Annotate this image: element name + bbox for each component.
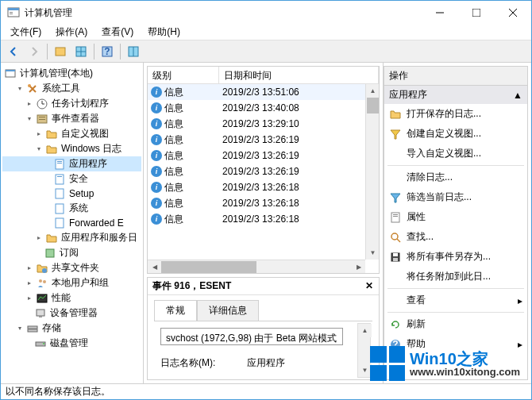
tree-system[interactable]: 系统 <box>2 201 141 216</box>
tree-windows-logs[interactable]: Windows 日志 <box>2 141 141 156</box>
action-find[interactable]: 查找... <box>384 227 527 247</box>
column-level[interactable]: 级别 <box>148 67 219 83</box>
toolbar-icon-3[interactable] <box>124 42 143 61</box>
tree-system-tools[interactable]: 系统工具 <box>2 81 141 96</box>
minimize-button[interactable] <box>422 1 458 25</box>
expand-toggle[interactable] <box>34 233 44 243</box>
tree-shared-folders[interactable]: 共享文件夹 <box>2 260 141 275</box>
action-import-custom-view[interactable]: 导入自定义视图... <box>384 144 527 163</box>
collapse-icon[interactable]: ▲ <box>513 90 522 101</box>
action-filter-current[interactable]: 筛选当前日志... <box>384 187 527 207</box>
action-view[interactable]: 查看 ▸ <box>384 290 527 310</box>
event-list[interactable]: 级别 日期和时间 i信息2019/2/3 13:51:06i信息2019/2/3… <box>147 66 380 274</box>
svg-line-48 <box>397 239 400 242</box>
datetime-text: 2019/2/3 13:26:19 <box>219 133 379 146</box>
list-row[interactable]: i信息2019/2/3 13:26:19 <box>148 132 379 148</box>
tree-disk-management[interactable]: 磁盘管理 <box>2 336 141 351</box>
detail-close-button[interactable]: ✕ <box>363 279 376 292</box>
expand-toggle[interactable] <box>25 263 34 273</box>
back-button[interactable] <box>4 42 23 61</box>
action-refresh[interactable]: 刷新 <box>384 314 527 334</box>
list-row[interactable]: i信息2019/2/3 13:26:19 <box>148 148 379 163</box>
list-row[interactable]: i信息2019/2/3 13:26:18 <box>148 179 379 195</box>
list-row[interactable]: i信息2019/2/3 13:26:18 <box>148 195 379 211</box>
level-text: 信息 <box>164 197 183 210</box>
list-row[interactable]: i信息2019/2/3 13:26:19 <box>148 163 379 179</box>
event-description: svchost (1972,G,98) 由于 Beta 网站模式 <box>160 328 343 345</box>
action-clear-log[interactable]: 清除日志... <box>384 167 527 187</box>
svg-point-47 <box>391 233 398 240</box>
svg-point-35 <box>39 279 42 283</box>
close-button[interactable] <box>495 1 531 25</box>
tree-application[interactable]: 应用程序 <box>2 156 141 171</box>
forward-button[interactable] <box>25 42 44 61</box>
tab-details[interactable]: 详细信息 <box>197 300 259 321</box>
tab-general[interactable]: 常规 <box>154 300 197 321</box>
datetime-text: 2019/2/3 13:26:18 <box>219 213 379 225</box>
menu-view[interactable]: 查看(V) <box>95 24 140 40</box>
column-datetime[interactable]: 日期和时间 <box>219 67 379 83</box>
scroll-down-button[interactable]: ▼ <box>358 363 372 377</box>
action-open-saved-log[interactable]: 打开保存的日志... <box>384 104 527 124</box>
svg-point-36 <box>43 280 46 283</box>
tree-setup[interactable]: Setup <box>2 187 141 201</box>
computer-icon <box>4 67 17 80</box>
level-text: 信息 <box>164 213 183 226</box>
expand-toggle[interactable] <box>25 99 34 109</box>
tree-root[interactable]: 计算机管理(本地) <box>2 66 141 81</box>
tree-panel[interactable]: 计算机管理(本地) 系统工具 任务计划程序 事件查看器 自定义视图 <box>1 63 144 383</box>
toolbar-icon-2[interactable] <box>71 42 91 61</box>
svg-rect-32 <box>56 218 64 228</box>
tree-app-service-logs[interactable]: 应用程序和服务日 <box>2 230 141 245</box>
expand-toggle[interactable] <box>34 144 44 154</box>
scroll-left-button[interactable]: ◀ <box>148 260 161 274</box>
vertical-scrollbar[interactable]: ▲ ▼ <box>365 84 379 260</box>
menu-action[interactable]: 操作(A) <box>49 24 94 40</box>
list-row[interactable]: i信息2019/2/3 13:40:08 <box>148 100 379 116</box>
tree-custom-views[interactable]: 自定义视图 <box>2 126 141 141</box>
action-properties[interactable]: 属性 <box>384 207 527 227</box>
tree-local-users[interactable]: 本地用户和组 <box>2 275 141 290</box>
expand-toggle[interactable] <box>25 279 34 288</box>
svg-rect-1 <box>8 8 19 10</box>
tree-storage[interactable]: 存储 <box>2 321 141 336</box>
action-save-all[interactable]: 将所有事件另存为... <box>384 247 527 267</box>
scroll-up-button[interactable]: ▲ <box>358 324 372 337</box>
disk-icon <box>34 337 47 350</box>
tree-forwarded[interactable]: Forwarded E <box>2 216 141 230</box>
action-create-custom-view[interactable]: 创建自定义视图... <box>384 124 527 144</box>
tree-device-manager[interactable]: 设备管理器 <box>2 306 141 321</box>
level-text: 信息 <box>164 117 183 131</box>
actions-group-header[interactable]: 应用程序 ▲ <box>384 86 527 104</box>
tree-security[interactable]: 安全 <box>2 171 141 187</box>
menu-file[interactable]: 文件(F) <box>4 24 48 40</box>
tree-task-scheduler[interactable]: 任务计划程序 <box>2 96 141 111</box>
tree-performance[interactable]: 性能 <box>2 290 141 306</box>
tree-event-viewer[interactable]: 事件查看器 <box>2 111 141 126</box>
datetime-text: 2019/2/3 13:26:19 <box>219 149 379 162</box>
tree-subscriptions[interactable]: 订阅 <box>2 245 141 260</box>
action-attach-task[interactable]: 将任务附加到此日... <box>384 267 527 287</box>
scroll-right-button[interactable]: ▶ <box>352 260 365 274</box>
svg-rect-5 <box>472 9 480 17</box>
svg-rect-39 <box>39 316 42 317</box>
expand-toggle[interactable] <box>25 294 34 303</box>
expand-toggle[interactable] <box>34 129 44 139</box>
expand-toggle[interactable] <box>15 324 25 333</box>
list-row[interactable]: i信息2019/2/3 13:51:06 <box>148 84 379 100</box>
action-help[interactable]: ? 帮助 ▸ <box>384 334 527 354</box>
list-row[interactable]: i信息2019/2/3 13:26:18 <box>148 211 379 227</box>
menu-help[interactable]: 帮助(H) <box>141 24 187 40</box>
scroll-down-button[interactable]: ▼ <box>366 246 380 260</box>
horizontal-scrollbar[interactable]: ◀ ▶ <box>148 260 365 273</box>
expand-toggle[interactable] <box>15 84 25 94</box>
list-row[interactable]: i信息2019/2/3 13:29:10 <box>148 116 379 132</box>
svg-rect-30 <box>56 189 64 198</box>
maximize-button[interactable] <box>458 1 495 25</box>
scroll-up-button[interactable]: ▲ <box>366 84 380 98</box>
level-text: 信息 <box>164 133 183 147</box>
toolbar-icon-1[interactable] <box>51 42 70 61</box>
event-detail-panel: 事件 916，ESENT ✕ 常规 详细信息 svchost (1972,G,9… <box>147 277 380 380</box>
help-button[interactable]: ? <box>98 42 117 61</box>
expand-toggle[interactable] <box>25 114 34 124</box>
